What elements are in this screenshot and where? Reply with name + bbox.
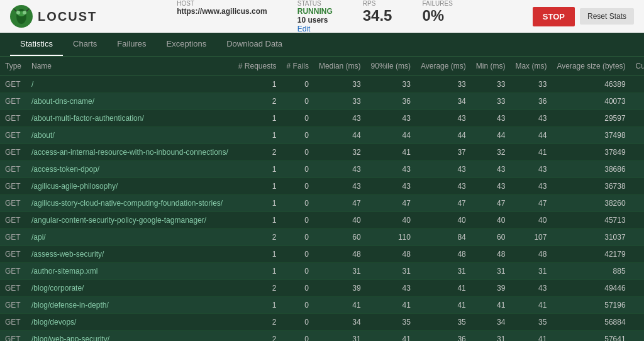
table-cell-13-5: 41 [366, 297, 416, 314]
table-cell-1-0: GET [0, 93, 26, 110]
table-cell-10-6: 48 [416, 246, 471, 263]
table-cell-6-7: 43 [471, 178, 511, 195]
reset-stats-button[interactable]: Reset Stats [580, 8, 634, 25]
table-cell-2-8: 43 [510, 110, 552, 127]
table-cell-9-3: 0 [282, 229, 314, 246]
col-header-6: Average (ms) [416, 57, 471, 76]
table-cell-13-4: 41 [314, 297, 366, 314]
table-cell-5-5: 43 [366, 161, 416, 178]
table-cell-5-9: 38686 [552, 161, 630, 178]
table-cell-4-4: 32 [314, 144, 366, 161]
col-header-2: # Requests [233, 57, 282, 76]
table-cell-12-5: 43 [366, 280, 416, 297]
table-cell-4-3: 0 [282, 144, 314, 161]
table-cell-1-1: /about-dns-cname/ [26, 93, 233, 110]
table-row: GET/author-sitemap.xml10313131313188500 [0, 263, 644, 280]
table-header: TypeName# Requests# FailsMedian (ms)90%i… [0, 57, 644, 76]
table-row: GET/blog/web-app-security/20314136314157… [0, 331, 644, 342]
table-row: GET/blog/devops/2034353534355688400 [0, 314, 644, 331]
status-stat: STATUS RUNNING 10 users Edit [297, 0, 333, 33]
table-cell-5-2: 1 [233, 161, 282, 178]
table-cell-9-7: 60 [471, 229, 511, 246]
table-cell-0-10: 0 [631, 76, 644, 93]
table-cell-5-10: 0 [631, 161, 644, 178]
table-row: GET/angular-content-security-policy-goog… [0, 212, 644, 229]
table-cell-1-3: 0 [282, 93, 314, 110]
table-cell-0-0: GET [0, 76, 26, 93]
table-cell-7-5: 47 [366, 195, 416, 212]
table-cell-4-10: 0.5 [631, 144, 644, 161]
table-row: GET/about-multi-factor-authentication/10… [0, 110, 644, 127]
table-cell-11-6: 31 [416, 263, 471, 280]
table-cell-5-3: 0 [282, 161, 314, 178]
table-cell-2-10: 0 [631, 110, 644, 127]
table-cell-2-1: /about-multi-factor-authentication/ [26, 110, 233, 127]
table-cell-14-1: /blog/devops/ [26, 314, 233, 331]
table-cell-14-8: 35 [510, 314, 552, 331]
table-cell-9-8: 107 [510, 229, 552, 246]
table-cell-7-6: 47 [416, 195, 471, 212]
table-row: GET/about/1044444444443749800 [0, 127, 644, 144]
table-cell-11-1: /author-sitemap.xml [26, 263, 233, 280]
table-cell-8-4: 40 [314, 212, 366, 229]
table-cell-11-8: 31 [510, 263, 552, 280]
table-cell-12-2: 2 [233, 280, 282, 297]
table-cell-3-8: 44 [510, 127, 552, 144]
table-cell-10-0: GET [0, 246, 26, 263]
nav-tab-download-data[interactable]: Download Data [216, 33, 292, 56]
table-cell-2-3: 0 [282, 110, 314, 127]
table-cell-11-7: 31 [471, 263, 511, 280]
table-cell-13-1: /blog/defense-in-depth/ [26, 297, 233, 314]
rps-value: 34.5 [363, 7, 392, 25]
table-cell-1-9: 40073 [552, 93, 630, 110]
col-header-1: Name [26, 57, 233, 76]
table-cell-9-1: /api/ [26, 229, 233, 246]
table-cell-9-5: 110 [366, 229, 416, 246]
rps-stat: RPS 34.5 [363, 0, 392, 33]
table-cell-6-8: 43 [510, 178, 552, 195]
nav-tab-exceptions[interactable]: Exceptions [157, 33, 217, 56]
table-cell-1-5: 36 [366, 93, 416, 110]
table-row: GET/access-token-dpop/104343434343386860… [0, 161, 644, 178]
status-subtext: 10 users [297, 16, 328, 25]
table-cell-15-1: /blog/web-app-security/ [26, 331, 233, 342]
table-cell-3-9: 37498 [552, 127, 630, 144]
table-cell-7-4: 47 [314, 195, 366, 212]
table-cell-3-5: 44 [366, 127, 416, 144]
table-cell-15-8: 41 [510, 331, 552, 342]
host-stat: HOST https://www.agilicus.com [177, 0, 267, 33]
nav-tabs: StatisticsChartsFailuresExceptionsDownlo… [0, 33, 644, 57]
stop-button[interactable]: STOP [533, 7, 575, 26]
table-cell-12-9: 49446 [552, 280, 630, 297]
table-row: GET/access-an-internal-resource-with-no-… [0, 144, 644, 161]
table-cell-2-5: 43 [366, 110, 416, 127]
table-cell-9-4: 60 [314, 229, 366, 246]
table-cell-1-4: 33 [314, 93, 366, 110]
svg-point-4 [23, 11, 26, 14]
table-cell-8-6: 40 [416, 212, 471, 229]
table-cell-11-0: GET [0, 263, 26, 280]
table-cell-6-3: 0 [282, 178, 314, 195]
table-cell-8-3: 0 [282, 212, 314, 229]
table-container: TypeName# Requests# FailsMedian (ms)90%i… [0, 57, 644, 341]
table-cell-10-7: 48 [471, 246, 511, 263]
table-cell-10-5: 48 [366, 246, 416, 263]
table-cell-2-2: 1 [233, 110, 282, 127]
header-middle: HOST https://www.agilicus.com STATUS RUN… [97, 0, 533, 33]
statistics-table: TypeName# Requests# FailsMedian (ms)90%i… [0, 57, 644, 341]
table-cell-10-1: /assess-web-security/ [26, 246, 233, 263]
table-cell-5-1: /access-token-dpop/ [26, 161, 233, 178]
table-cell-0-3: 0 [282, 76, 314, 93]
edit-link[interactable]: Edit [297, 25, 311, 33]
nav-tab-failures[interactable]: Failures [107, 33, 156, 56]
table-cell-1-10: 0.5 [631, 93, 644, 110]
col-header-7: Min (ms) [471, 57, 511, 76]
table-cell-12-8: 43 [510, 280, 552, 297]
table-cell-0-2: 1 [233, 76, 282, 93]
nav-tab-charts[interactable]: Charts [63, 33, 107, 56]
table-cell-12-3: 0 [282, 280, 314, 297]
logo-text: LOCUST [38, 9, 97, 24]
table-cell-8-8: 40 [510, 212, 552, 229]
table-cell-6-5: 43 [366, 178, 416, 195]
nav-tab-statistics[interactable]: Statistics [10, 33, 63, 56]
